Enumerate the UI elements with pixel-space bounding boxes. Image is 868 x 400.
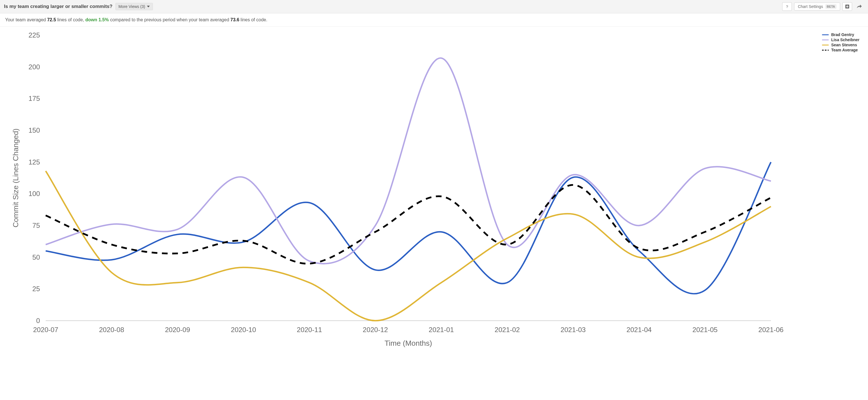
more-views-label: More Views (3) xyxy=(119,4,145,9)
share-button[interactable] xyxy=(855,2,864,11)
legend-swatch xyxy=(822,39,829,40)
chart-area: Brad GentryLisa ScheibnerSean StevensTea… xyxy=(0,27,868,356)
legend-label: Sean Stevens xyxy=(831,43,857,47)
x-tick-label: 2021-05 xyxy=(692,326,717,334)
y-tick-label: 50 xyxy=(32,254,40,261)
y-tick-label: 75 xyxy=(32,222,40,229)
summary-mid2: compared to the previous period when you… xyxy=(109,17,230,22)
series-line[interactable] xyxy=(46,171,771,321)
y-tick-label: 25 xyxy=(32,285,40,293)
x-axis-title: Time (Months) xyxy=(384,339,432,347)
summary-suffix: lines of code. xyxy=(239,17,268,22)
x-tick-label: 2020-10 xyxy=(231,326,256,334)
y-tick-label: 100 xyxy=(28,190,40,197)
series-line[interactable] xyxy=(46,58,771,264)
legend-item[interactable]: Lisa Scheibner xyxy=(822,37,860,42)
x-tick-label: 2020-11 xyxy=(297,326,322,334)
chevron-down-icon xyxy=(147,6,150,7)
legend-label: Lisa Scheibner xyxy=(831,37,860,42)
x-tick-label: 2021-01 xyxy=(429,326,454,334)
help-icon: ? xyxy=(786,5,788,9)
x-tick-label: 2020-08 xyxy=(99,326,124,334)
page-title: Is my team creating larger or smaller co… xyxy=(4,4,113,9)
chart-settings-button[interactable]: Chart Settings BETA xyxy=(794,3,840,10)
share-arrow-icon xyxy=(856,4,862,9)
add-panel-icon xyxy=(845,4,849,9)
y-tick-label: 200 xyxy=(28,63,40,71)
legend-item[interactable]: Team Average xyxy=(822,48,860,52)
more-views-button[interactable]: More Views (3) xyxy=(115,3,153,10)
x-tick-label: 2021-03 xyxy=(560,326,586,334)
x-tick-label: 2020-09 xyxy=(165,326,190,334)
y-tick-label: 225 xyxy=(28,31,40,39)
svg-rect-2 xyxy=(846,6,848,7)
legend: Brad GentryLisa ScheibnerSean StevensTea… xyxy=(822,32,860,53)
summary-sentence: Your team averaged 72.5 lines of code, d… xyxy=(0,13,868,27)
x-tick-label: 2021-06 xyxy=(758,326,783,334)
summary-prefix: Your team averaged xyxy=(5,17,47,22)
y-axis-title: Commit Size (Lines Changed) xyxy=(11,128,20,227)
y-tick-label: 175 xyxy=(28,95,40,102)
summary-avg: 72.5 xyxy=(47,17,56,22)
help-button[interactable]: ? xyxy=(782,2,792,11)
x-tick-label: 2020-07 xyxy=(33,326,58,334)
x-tick-label: 2020-12 xyxy=(363,326,388,334)
legend-item[interactable]: Brad Gentry xyxy=(822,32,860,37)
line-chart[interactable]: 02550751001251501752002252020-072020-082… xyxy=(6,30,862,349)
x-tick-label: 2021-02 xyxy=(495,326,520,334)
y-tick-label: 125 xyxy=(28,158,40,166)
summary-mid1: lines of code, xyxy=(56,17,85,22)
y-tick-label: 150 xyxy=(28,126,40,134)
add-panel-button[interactable] xyxy=(842,2,852,11)
legend-swatch xyxy=(822,50,829,51)
legend-label: Team Average xyxy=(831,48,858,52)
x-tick-label: 2021-04 xyxy=(626,326,651,334)
legend-swatch xyxy=(822,34,829,35)
y-tick-label: 0 xyxy=(36,317,40,325)
chart-settings-label: Chart Settings xyxy=(798,4,823,9)
toolbar: Is my team creating larger or smaller co… xyxy=(0,0,868,13)
beta-badge: BETA xyxy=(825,4,836,9)
legend-swatch xyxy=(822,44,829,45)
summary-prev-avg: 73.6 xyxy=(230,17,239,22)
legend-item[interactable]: Sean Stevens xyxy=(822,43,860,47)
summary-delta: down 1.5% xyxy=(85,17,109,22)
legend-label: Brad Gentry xyxy=(831,32,854,37)
series-line[interactable] xyxy=(46,162,771,294)
